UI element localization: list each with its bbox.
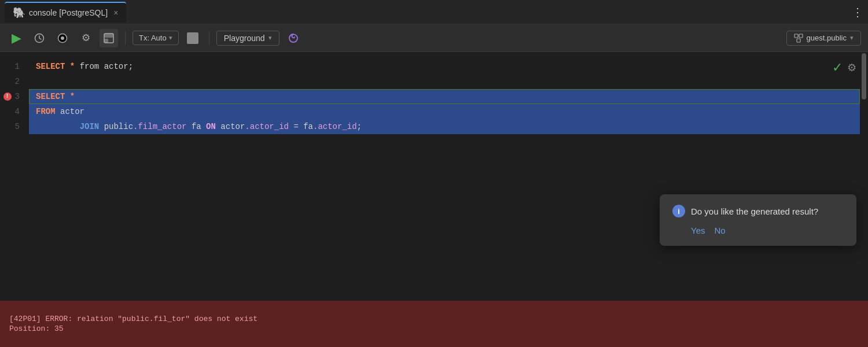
- line-num-1: 1: [0, 59, 29, 74]
- editor-settings-icon[interactable]: ⚙: [847, 61, 856, 74]
- history-icon: [34, 33, 45, 43]
- svg-rect-6: [795, 34, 798, 38]
- tab-more-button[interactable]: ⋮: [852, 5, 863, 19]
- error-bar: [42P01] ERROR: relation "public.fil_tor"…: [0, 301, 868, 347]
- code-line-6: [29, 134, 860, 149]
- ai-feedback-dialog: i Do you like the generated result? Yes …: [660, 194, 856, 246]
- code-line-5: JOIN public.film_actor fa ON actor.actor…: [29, 119, 860, 134]
- line-num-5: 5: [0, 119, 29, 134]
- code-line-2: [29, 74, 860, 89]
- editor-container: 1 2 ! 3 4 5 SELECT * from actor; SELECT …: [0, 52, 868, 301]
- dialog-header: i Do you like the generated result?: [672, 205, 844, 217]
- tab-close-button[interactable]: ×: [113, 8, 118, 17]
- dialog-yes-button[interactable]: Yes: [691, 226, 705, 235]
- line-num-4: 4: [0, 104, 29, 119]
- schema-icon: [794, 34, 803, 43]
- layout-icon: [104, 33, 114, 43]
- svg-rect-4: [104, 34, 113, 38]
- dialog-question: Do you like the generated result?: [691, 206, 818, 216]
- line-num-3: ! 3: [0, 89, 29, 104]
- divider-2: [209, 31, 209, 45]
- record-button[interactable]: [53, 29, 72, 47]
- dialog-no-button[interactable]: No: [714, 226, 725, 235]
- chevron-down-icon: ▾: [169, 34, 172, 42]
- ai-button[interactable]: [284, 29, 303, 47]
- vertical-scrollbar[interactable]: [860, 52, 868, 301]
- code-line-4: FROM actor: [29, 104, 860, 119]
- error-indicator: !: [3, 93, 12, 101]
- postgres-icon: 🐘: [13, 6, 25, 19]
- playground-dropdown[interactable]: Playground ▾: [216, 31, 279, 46]
- editor-actions: ✓ ⚙: [832, 60, 856, 75]
- tab-console[interactable]: 🐘 console [PostgreSQL] ×: [5, 2, 126, 23]
- chevron-down-icon-2: ▾: [269, 34, 272, 42]
- scrollbar-thumb[interactable]: [862, 53, 866, 99]
- svg-rect-7: [799, 34, 803, 38]
- dialog-buttons: Yes No: [672, 226, 844, 235]
- tab-bar: 🐘 console [PostgreSQL] × ⋮: [0, 0, 868, 24]
- schema-selector[interactable]: guest.public ▾: [786, 31, 861, 46]
- svg-rect-8: [797, 39, 800, 42]
- check-icon: ✓: [832, 60, 843, 75]
- divider-1: [125, 31, 126, 45]
- toolbar: ▶ ⚙ Tx: Auto ▾ Playground: [0, 24, 868, 52]
- line-numbers: 1 2 ! 3 4 5: [0, 52, 29, 301]
- run-button[interactable]: ▶: [7, 29, 25, 47]
- schema-label: guest.public: [807, 34, 847, 42]
- tx-dropdown[interactable]: Tx: Auto ▾: [133, 31, 179, 45]
- error-line-2: Position: 35: [9, 324, 859, 333]
- svg-rect-5: [104, 39, 108, 43]
- record-icon: [57, 33, 68, 43]
- chevron-down-icon-3: ▾: [850, 34, 854, 42]
- svg-point-2: [61, 36, 64, 40]
- info-icon: i: [672, 205, 685, 217]
- error-line-1: [42P01] ERROR: relation "public.fil_tor"…: [9, 315, 859, 323]
- stop-button[interactable]: [183, 29, 202, 47]
- settings-button[interactable]: ⚙: [76, 29, 95, 47]
- layout-button[interactable]: [100, 29, 118, 47]
- gear-icon: ⚙: [82, 32, 90, 44]
- code-line-1: SELECT * from actor;: [29, 59, 860, 74]
- history-button[interactable]: [30, 29, 49, 47]
- editor-lines[interactable]: SELECT * from actor; SELECT * FROM actor…: [29, 52, 860, 301]
- code-line-3: SELECT *: [29, 89, 860, 104]
- tab-title: console [PostgreSQL]: [29, 8, 108, 17]
- tx-label: Tx: Auto: [139, 34, 167, 42]
- tab-left: 🐘 console [PostgreSQL] ×: [5, 2, 126, 23]
- line-num-2: 2: [0, 74, 29, 89]
- stop-icon: [187, 32, 198, 44]
- playground-label: Playground: [224, 34, 265, 43]
- ai-spiral-icon: [287, 32, 300, 45]
